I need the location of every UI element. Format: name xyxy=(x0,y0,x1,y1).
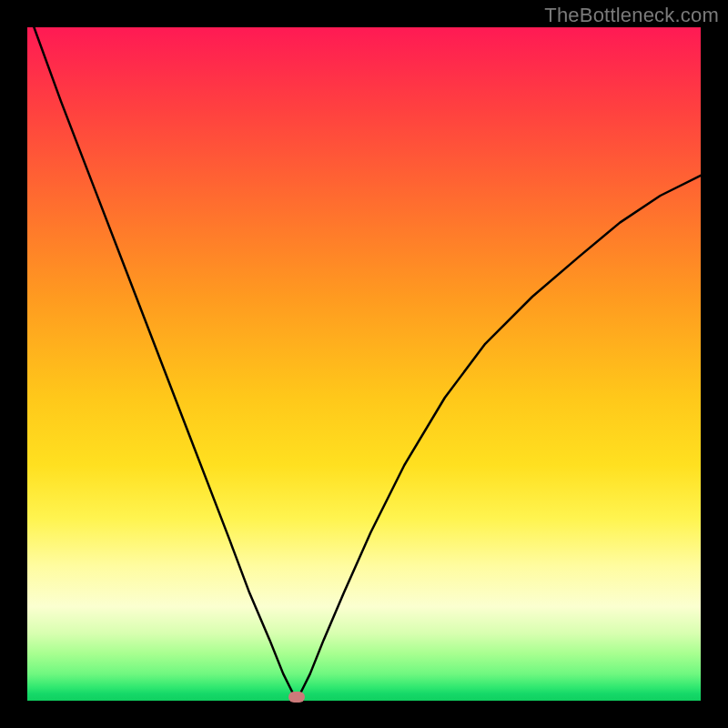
watermark-text: TheBottleneck.com xyxy=(544,4,719,27)
chart-frame: TheBottleneck.com xyxy=(0,0,728,728)
bottleneck-curve xyxy=(27,27,701,701)
optimum-marker xyxy=(288,692,305,703)
plot-area xyxy=(27,27,701,701)
